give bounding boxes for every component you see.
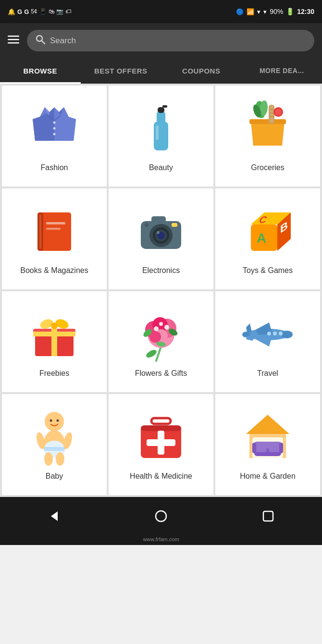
svg-point-37 <box>157 231 160 234</box>
search-bar[interactable]: Search <box>27 30 314 51</box>
home-label: Home & Garden <box>240 471 296 482</box>
svg-point-7 <box>53 133 56 135</box>
toys-label: Toys & Games <box>243 266 293 276</box>
back-button[interactable] <box>42 505 65 528</box>
flowers-icon <box>135 308 187 361</box>
signal-icon: 📶 <box>247 8 254 15</box>
category-grid: Fashion Beauty <box>0 84 322 497</box>
svg-rect-32 <box>151 216 166 223</box>
svg-point-74 <box>273 332 277 335</box>
books-icon <box>28 205 81 258</box>
svg-rect-100 <box>279 443 283 453</box>
svg-rect-91 <box>158 431 164 455</box>
svg-text:A: A <box>257 231 266 246</box>
travel-icon <box>241 308 294 361</box>
groceries-icon <box>241 102 294 155</box>
svg-rect-82 <box>44 447 65 451</box>
beauty-icon <box>135 102 187 155</box>
tab-coupons[interactable]: COUPONS <box>161 58 242 84</box>
svg-point-54 <box>145 348 158 359</box>
svg-rect-11 <box>157 112 165 123</box>
category-card-freebies[interactable]: Freebies <box>2 291 107 392</box>
svg-rect-30 <box>39 214 41 249</box>
svg-marker-93 <box>246 415 289 434</box>
category-card-home[interactable]: Home & Garden <box>215 394 320 495</box>
search-icon <box>36 35 45 47</box>
category-card-flowers[interactable]: Flowers & Gifts <box>109 291 213 392</box>
svg-rect-98 <box>269 446 280 452</box>
category-card-beauty[interactable]: Beauty <box>109 86 213 186</box>
recent-apps-button[interactable] <box>257 505 280 528</box>
tab-best-offers[interactable]: BEST OFFERS <box>81 58 161 84</box>
svg-rect-89 <box>141 425 181 431</box>
svg-marker-73 <box>246 336 255 341</box>
svg-point-6 <box>53 127 56 129</box>
svg-line-53 <box>156 347 161 361</box>
app-icon4: 📱 <box>39 8 47 15</box>
status-icons-left: 🔔 G G 5¢ 📱 🛍 📷 🏷 <box>8 8 71 15</box>
svg-rect-15 <box>249 119 286 124</box>
svg-point-102 <box>156 511 166 521</box>
svg-marker-101 <box>51 511 58 521</box>
status-icons-right: 🔵 📶 ▾ ▾ 90% 🔋 12:30 <box>236 8 314 15</box>
svg-rect-1 <box>8 39 19 40</box>
tab-browse[interactable]: BROWSE <box>0 58 81 84</box>
svg-rect-14 <box>156 125 159 140</box>
svg-rect-17 <box>270 106 273 123</box>
status-bar: 🔔 G G 5¢ 📱 🛍 📷 🏷 🔵 📶 ▾ ▾ 90% 🔋 12:30 <box>0 0 322 23</box>
top-bar: Search <box>0 23 322 58</box>
svg-point-39 <box>145 223 149 227</box>
svg-point-79 <box>57 419 59 421</box>
tab-more-deals[interactable]: MORE DEA... <box>242 58 322 84</box>
svg-point-61 <box>154 326 159 331</box>
category-card-health[interactable]: Health & Medicine <box>109 394 213 495</box>
svg-point-86 <box>56 452 64 466</box>
category-card-books[interactable]: Books & Magazines <box>2 188 107 289</box>
battery-icon: 🔋 <box>286 8 294 15</box>
home-icon <box>241 411 294 464</box>
category-card-groceries[interactable]: Groceries <box>215 86 320 186</box>
electronics-icon <box>135 205 187 258</box>
wifi-icon: ▾ <box>257 8 260 15</box>
category-card-travel[interactable]: Travel <box>215 291 320 392</box>
svg-point-68 <box>281 331 293 338</box>
svg-point-85 <box>44 452 53 466</box>
watermark: www.frfam.com <box>0 535 322 545</box>
baby-label: Baby <box>46 471 63 482</box>
books-label: Books & Magazines <box>20 266 88 276</box>
battery-percent: 90% <box>270 8 283 15</box>
svg-rect-12 <box>158 107 164 113</box>
toys-icon: A B C <box>241 205 294 258</box>
svg-point-5 <box>53 121 56 124</box>
search-placeholder: Search <box>50 36 76 46</box>
svg-rect-103 <box>263 511 273 521</box>
health-icon <box>135 411 187 464</box>
svg-rect-97 <box>255 446 267 452</box>
g-icon2: G <box>24 8 29 15</box>
fashion-label: Fashion <box>41 163 68 173</box>
category-card-toys[interactable]: A B C Toys & Games <box>215 188 320 289</box>
category-card-electronics[interactable]: Electronics <box>109 188 213 289</box>
svg-point-52 <box>51 322 58 329</box>
category-card-fashion[interactable]: Fashion <box>2 86 107 186</box>
app-icon6: 📷 <box>56 8 63 15</box>
travel-label: Travel <box>257 369 278 379</box>
fashion-icon <box>28 102 81 155</box>
svg-point-76 <box>279 332 283 335</box>
beauty-label: Beauty <box>149 163 173 173</box>
svg-point-77 <box>45 412 64 431</box>
svg-rect-49 <box>33 332 75 336</box>
menu-icon[interactable] <box>8 35 19 47</box>
home-button[interactable] <box>149 505 173 528</box>
svg-line-4 <box>42 41 45 44</box>
health-label: Health & Medicine <box>130 471 192 482</box>
svg-rect-13 <box>162 105 167 108</box>
category-card-baby[interactable]: Baby <box>2 394 107 495</box>
app-icon7: 🏷 <box>65 8 71 15</box>
nav-tabs: BROWSE BEST OFFERS COUPONS MORE DEA... <box>0 58 322 84</box>
sim-icon: ▾ <box>263 8 267 15</box>
electronics-label: Electronics <box>142 266 180 276</box>
freebies-icon <box>28 308 81 361</box>
svg-rect-29 <box>46 228 61 230</box>
svg-point-25 <box>275 109 282 115</box>
